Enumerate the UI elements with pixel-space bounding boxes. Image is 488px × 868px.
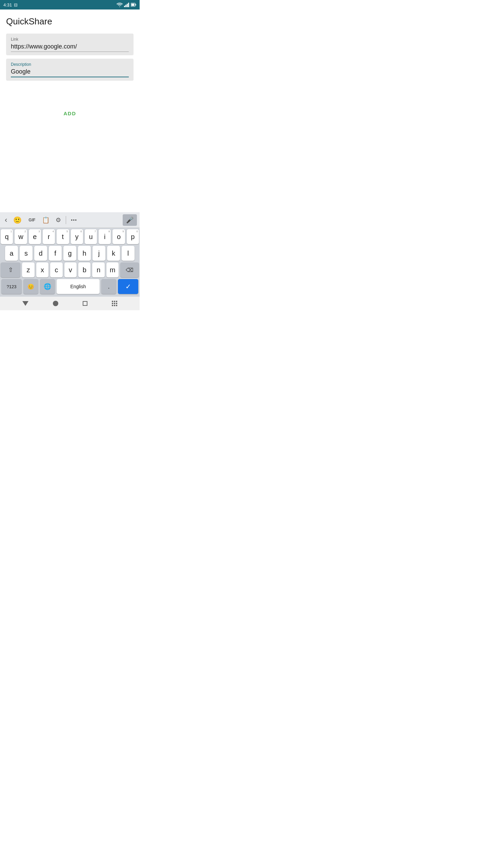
key-s[interactable]: s xyxy=(20,246,33,261)
key-y[interactable]: y6 xyxy=(71,229,83,244)
key-t[interactable]: t5 xyxy=(57,229,69,244)
key-w[interactable]: w2 xyxy=(15,229,27,244)
key-b[interactable]: b xyxy=(78,262,90,277)
period-key[interactable]: . xyxy=(101,279,116,294)
apps-nav-icon xyxy=(112,301,117,306)
key-c[interactable]: c xyxy=(50,262,62,277)
svg-rect-2 xyxy=(127,4,128,7)
svg-rect-6 xyxy=(131,4,135,6)
status-right xyxy=(117,2,136,7)
toolbar-divider xyxy=(66,216,66,224)
key-e[interactable]: e3 xyxy=(29,229,41,244)
recents-nav-button[interactable] xyxy=(83,301,87,306)
add-btn-container: ADD xyxy=(6,108,134,119)
link-input-container[interactable]: Link https://www.google.com/ xyxy=(6,34,134,55)
status-bar: 4:31 ⊟ xyxy=(0,0,140,9)
shift-key[interactable]: ⇧ xyxy=(1,262,20,277)
description-input-container[interactable]: Description Google xyxy=(6,59,134,81)
notification-icon: ⊟ xyxy=(14,2,18,7)
clipboard-button[interactable]: 📋 xyxy=(40,215,52,225)
key-f[interactable]: f xyxy=(49,246,62,261)
keyboard: ‹ 🙂 GIF 📋 ⚙ ••• 🎤 q1 w2 e3 r4 t5 y6 u7 i… xyxy=(0,212,140,310)
key-l[interactable]: l xyxy=(122,246,135,261)
space-key[interactable]: English xyxy=(57,279,100,294)
key-n[interactable]: n xyxy=(92,262,104,277)
key-r[interactable]: r4 xyxy=(43,229,55,244)
status-left: 4:31 ⊟ xyxy=(3,2,18,7)
battery-icon xyxy=(131,3,136,7)
svg-rect-3 xyxy=(128,3,129,7)
key-o[interactable]: o9 xyxy=(113,229,125,244)
back-nav-icon xyxy=(22,301,28,306)
home-nav-button[interactable] xyxy=(53,301,58,306)
key-row-1: q1 w2 e3 r4 t5 y6 u7 i8 o9 p0 xyxy=(1,229,139,244)
gif-label: GIF xyxy=(28,216,36,224)
svg-rect-5 xyxy=(136,4,136,6)
enter-key[interactable]: ✓ xyxy=(118,279,138,294)
add-button[interactable]: ADD xyxy=(57,108,83,119)
back-nav-button[interactable] xyxy=(22,301,28,306)
mic-button[interactable]: 🎤 xyxy=(123,214,137,226)
recents-nav-icon xyxy=(83,301,87,306)
key-h[interactable]: h xyxy=(78,246,91,261)
nav-bar xyxy=(0,297,140,310)
num-switch-key[interactable]: ?123 xyxy=(1,279,22,294)
apps-nav-button[interactable] xyxy=(112,301,117,306)
signal-icon xyxy=(124,2,129,7)
description-value: Google xyxy=(11,68,129,77)
key-x[interactable]: x xyxy=(36,262,48,277)
keyboard-rows: q1 w2 e3 r4 t5 y6 u7 i8 o9 p0 a s d f g … xyxy=(0,228,140,297)
key-i[interactable]: i8 xyxy=(99,229,111,244)
key-row-2: a s d f g h j k l xyxy=(1,246,139,261)
key-p[interactable]: p0 xyxy=(127,229,139,244)
wifi-icon xyxy=(117,2,123,7)
more-button[interactable]: ••• xyxy=(69,216,79,224)
emoji-key[interactable]: 😊 xyxy=(23,279,38,294)
key-m[interactable]: m xyxy=(106,262,119,277)
description-label: Description xyxy=(11,62,129,67)
settings-button[interactable]: ⚙ xyxy=(54,215,63,225)
main-content: QuickShare Link https://www.google.com/ … xyxy=(0,9,140,133)
sticker-button[interactable]: 🙂 xyxy=(11,215,24,225)
app-title: QuickShare xyxy=(6,16,134,27)
key-row-bottom: ?123 😊 🌐 English . ✓ xyxy=(1,279,139,294)
svg-rect-1 xyxy=(125,5,126,7)
link-value: https://www.google.com/ xyxy=(11,43,129,52)
key-d[interactable]: d xyxy=(34,246,47,261)
key-row-3: ⇧ z x c v b n m ⌫ xyxy=(1,262,139,277)
home-nav-icon xyxy=(53,301,58,306)
key-v[interactable]: v xyxy=(64,262,77,277)
svg-rect-0 xyxy=(124,6,125,7)
time: 4:31 xyxy=(3,2,12,7)
backspace-key[interactable]: ⌫ xyxy=(120,262,139,277)
globe-key[interactable]: 🌐 xyxy=(40,279,55,294)
link-label: Link xyxy=(11,37,129,42)
key-u[interactable]: u7 xyxy=(85,229,97,244)
key-z[interactable]: z xyxy=(22,262,34,277)
key-j[interactable]: j xyxy=(93,246,105,261)
key-q[interactable]: q1 xyxy=(1,229,13,244)
keyboard-toolbar: ‹ 🙂 GIF 📋 ⚙ ••• 🎤 xyxy=(0,212,140,228)
keyboard-back-button[interactable]: ‹ xyxy=(3,214,9,226)
gif-button[interactable]: GIF xyxy=(26,215,38,225)
key-k[interactable]: k xyxy=(107,246,120,261)
key-a[interactable]: a xyxy=(5,246,18,261)
key-g[interactable]: g xyxy=(63,246,76,261)
